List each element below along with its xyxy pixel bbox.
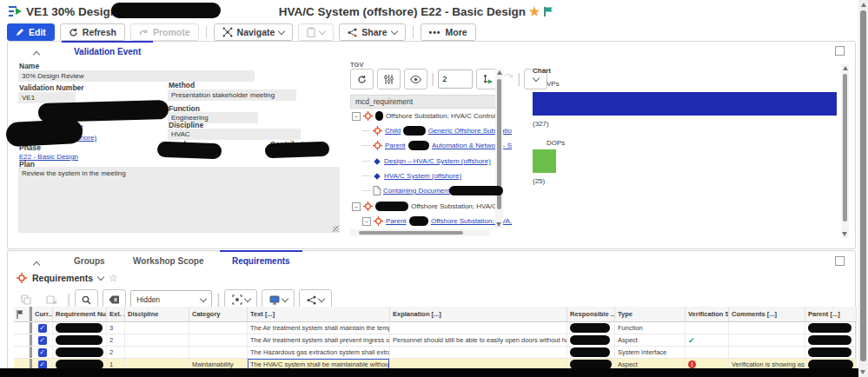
current-checkbox[interactable]: ✓ bbox=[38, 348, 47, 357]
tree-item[interactable]: Child Generic Offshore Substatio bbox=[362, 123, 512, 138]
tree-item[interactable]: Parent Automation & Network - S bbox=[362, 138, 512, 153]
tree-item[interactable]: – Offshore Substation; HVA/C - bbox=[352, 199, 501, 214]
column-header-type[interactable]: Type bbox=[615, 307, 686, 322]
tree-item[interactable]: HVA/C System (offshore) bbox=[362, 169, 512, 183]
column-header-explanation[interactable]: Explanation [...] bbox=[390, 307, 567, 322]
tree-item[interactable]: Containing Document bbox=[362, 183, 512, 198]
table-cell-type[interactable]: System Interface bbox=[615, 347, 686, 359]
chevron-down-icon bbox=[390, 27, 397, 34]
table-cell-comments[interactable] bbox=[729, 322, 805, 334]
page-vertical-scrollbar[interactable] bbox=[858, 0, 868, 377]
table-cell-reqnum[interactable] bbox=[53, 334, 107, 347]
table-cell-responsible[interactable] bbox=[567, 334, 615, 347]
table-cell-explanation[interactable] bbox=[390, 347, 567, 359]
chevron-down-icon bbox=[200, 294, 207, 301]
tree-horizontal-scrollbar[interactable] bbox=[350, 229, 489, 236]
maximize-panel-icon[interactable] bbox=[835, 46, 845, 56]
edit-button[interactable]: Edit bbox=[7, 23, 55, 41]
refresh-icon bbox=[69, 28, 78, 37]
paste-button[interactable] bbox=[298, 23, 334, 41]
visibility-button[interactable] bbox=[404, 69, 427, 89]
toolbar-separator bbox=[206, 26, 207, 38]
collapse-panel-icon[interactable] bbox=[33, 261, 40, 268]
chevron-down-icon bbox=[319, 27, 326, 34]
current-checkbox[interactable]: ✓ bbox=[38, 324, 47, 333]
column-header-category[interactable]: Category bbox=[189, 307, 248, 322]
table-cell-responsible[interactable] bbox=[567, 347, 615, 359]
column-header-responsible[interactable]: Responsible ... bbox=[567, 307, 615, 322]
filter-settings-button[interactable] bbox=[377, 69, 401, 89]
table-cell-type[interactable]: Function bbox=[615, 322, 686, 334]
share-button[interactable]: Share bbox=[339, 23, 405, 41]
table-cell-parent[interactable] bbox=[805, 322, 857, 334]
table-cell-discipline[interactable] bbox=[125, 347, 189, 359]
requirement-icon bbox=[363, 202, 373, 211]
column-header-parent[interactable]: Parent [...] bbox=[805, 307, 857, 322]
collapse-panel-icon[interactable] bbox=[33, 51, 40, 58]
column-header-comments[interactable]: Comments [...] bbox=[729, 307, 805, 322]
table-cell-explanation[interactable]: Personnel should still be able to easily… bbox=[390, 334, 567, 347]
column-header-requirement-number[interactable]: Requirement Num... bbox=[53, 307, 107, 322]
table-cell-comments[interactable] bbox=[729, 334, 805, 347]
table-cell-parent[interactable] bbox=[805, 347, 857, 359]
tree-collapse-icon[interactable]: – bbox=[362, 217, 371, 226]
tree-item[interactable]: – Parent Offshore Substation; HVA, bbox=[362, 214, 512, 228]
column-header-discipline[interactable]: Discipline bbox=[125, 307, 189, 322]
table-cell-ext[interactable]: 2 bbox=[107, 347, 125, 359]
table-cell-discipline[interactable] bbox=[125, 322, 189, 334]
table-cell-verification[interactable]: ✓ bbox=[686, 334, 729, 347]
tab-groups[interactable]: Groups bbox=[62, 250, 117, 269]
table-cell-category[interactable] bbox=[189, 322, 248, 334]
table-cell-type[interactable]: Aspect bbox=[615, 334, 686, 347]
more-button[interactable]: ••• More bbox=[421, 23, 476, 41]
tab-validation-event[interactable]: Validation Event bbox=[62, 41, 153, 60]
flag-icon[interactable] bbox=[543, 6, 554, 17]
tree-collapse-icon[interactable]: – bbox=[352, 112, 361, 121]
table-cell-comments[interactable] bbox=[729, 347, 805, 359]
table-cell bbox=[14, 334, 30, 347]
panel-vertical-scrollbar[interactable] bbox=[841, 64, 849, 238]
column-header-ext[interactable]: Ext. ... bbox=[107, 307, 125, 322]
table-cell-discipline[interactable] bbox=[125, 334, 189, 347]
refresh-button[interactable]: Refresh bbox=[60, 23, 125, 41]
table-cell bbox=[14, 322, 30, 334]
table-cell-text[interactable]: The Hazardous gas extraction system shal… bbox=[248, 347, 390, 359]
tree-vertical-scrollbar[interactable] bbox=[495, 69, 503, 228]
table-cell-verification[interactable] bbox=[686, 322, 729, 334]
table-cell-category[interactable] bbox=[189, 334, 248, 347]
column-header-current[interactable]: Curr... bbox=[32, 307, 53, 322]
maximize-panel-icon[interactable] bbox=[835, 256, 845, 266]
table-cell-reqnum[interactable] bbox=[53, 347, 107, 359]
column-header-verification[interactable]: Verification S... bbox=[686, 307, 729, 322]
depth-input[interactable] bbox=[438, 69, 473, 89]
column-header-text[interactable]: Text [...] bbox=[248, 307, 390, 322]
navigate-button[interactable]: Navigate bbox=[214, 23, 294, 41]
current-checkbox[interactable]: ✓ bbox=[38, 360, 47, 369]
tab-workshop-scope[interactable]: Workshop Scope bbox=[121, 250, 216, 269]
favorite-star-icon[interactable]: ★ bbox=[529, 4, 540, 18]
tree-item[interactable]: – Offshore Substation; HVA/C Control s bbox=[352, 109, 501, 123]
table-cell-category[interactable] bbox=[189, 347, 248, 359]
collapse-tree-button[interactable] bbox=[503, 71, 514, 87]
plan-textarea[interactable]: Review the system in the meeting bbox=[18, 167, 340, 233]
tree-item[interactable]: Design – HVA/C System (offshore) bbox=[362, 154, 512, 169]
table-cell-responsible[interactable] bbox=[567, 322, 615, 334]
table-cell-parent[interactable] bbox=[805, 334, 857, 347]
table-cell-reqnum[interactable] bbox=[53, 322, 107, 334]
tab-requirements[interactable]: Requirements bbox=[220, 250, 302, 269]
current-checkbox[interactable]: ✓ bbox=[38, 336, 47, 345]
table-cell-text[interactable]: The Air treatment system shall maintain … bbox=[248, 322, 390, 334]
favorite-star-outline-icon[interactable]: ☆ bbox=[109, 272, 118, 284]
tree-collapse-icon[interactable]: – bbox=[352, 202, 361, 211]
chart-bar-vps[interactable] bbox=[533, 92, 837, 116]
table-cell-ext[interactable]: 3 bbox=[107, 322, 125, 334]
promote-button[interactable]: Promote bbox=[130, 23, 199, 41]
table-cell-text[interactable]: The Air treatment system shall prevent i… bbox=[248, 334, 390, 347]
table-cell-explanation[interactable] bbox=[390, 322, 567, 334]
refresh-tree-button[interactable] bbox=[350, 69, 374, 89]
chart-bar-dops[interactable] bbox=[533, 149, 556, 173]
chevron-down-icon[interactable] bbox=[97, 273, 104, 280]
table-cell-verification[interactable] bbox=[686, 347, 729, 359]
column-header-flag[interactable] bbox=[14, 307, 30, 322]
table-cell-ext[interactable]: 2 bbox=[107, 334, 125, 347]
